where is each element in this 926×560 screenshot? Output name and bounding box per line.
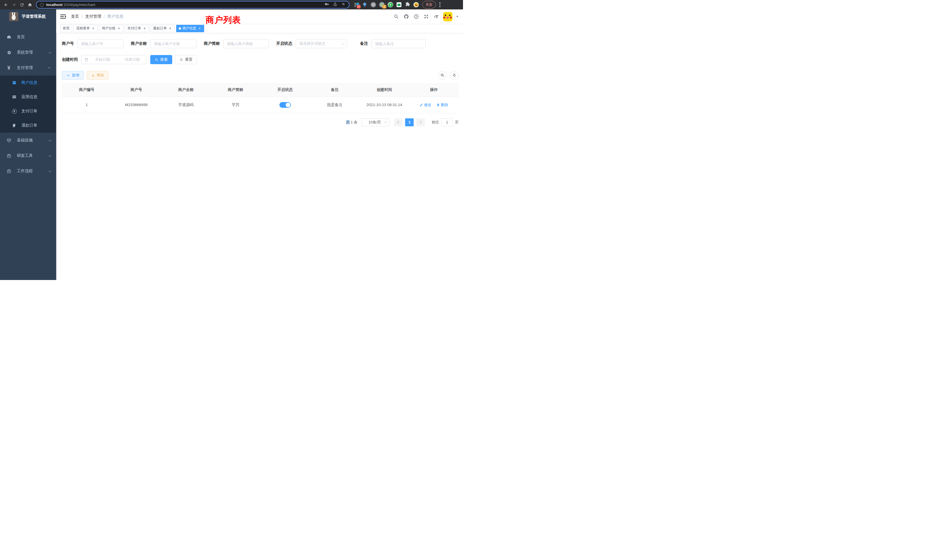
avatar-caret-icon[interactable] [456,16,458,18]
sidebar: 芋道管理系统 首页 系统管理 ¥ 支付管理 [0,9,56,280]
toggle-search-button[interactable] [438,71,447,80]
extension-chat-icon[interactable] [396,2,402,8]
current-page-button[interactable]: 1 [405,118,414,126]
chevron-down-icon [342,42,345,45]
filter-row-2: 创建时间 开始日期 - 结束日期 搜索 重置 [62,55,459,64]
breadcrumb-home[interactable]: 首页 [71,14,79,19]
tab-user-group[interactable]: 用户分组 × [99,25,123,32]
browser-back-button[interactable] [2,1,10,9]
close-icon[interactable]: × [198,27,201,30]
logo-rabbit-image [9,12,18,21]
header-search-icon[interactable] [393,14,399,20]
breadcrumb: 首页 / 支付管理 / 商户信息 [71,14,123,19]
grid-icon [11,95,17,99]
tab-merchant-info[interactable]: 商户信息 × [176,25,204,32]
short-name-label: 商户简称 [204,41,220,46]
github-icon[interactable] [403,14,409,20]
remark-label: 备注 [360,41,368,46]
toolbox-icon [5,153,12,158]
add-button[interactable]: 新增 [62,71,84,80]
next-page-button[interactable] [416,118,425,126]
yen-circle-icon: ¥ [11,109,17,114]
full-name-input[interactable] [150,39,197,48]
tab-pay-order[interactable]: 支付订单 × [125,25,149,32]
extension-emoji-icon[interactable] [413,2,419,8]
sidebar-item-workflow[interactable]: 工作流程 [0,163,56,179]
fullscreen-icon[interactable] [423,14,429,20]
goto-page-input[interactable] [441,118,453,126]
page-size-select[interactable]: 10条/页 [362,118,389,126]
extension-blob-icon[interactable]: 1 [379,2,384,8]
sidebar-item-home[interactable]: 首页 [0,29,56,45]
bookmark-star-icon[interactable] [341,2,345,8]
browser-update-button[interactable]: 更新 [422,1,436,9]
extensions-puzzle-icon[interactable] [405,2,410,8]
refresh-icon [180,58,183,62]
chevron-down-icon [48,170,51,172]
cell-remark: 我是备注 [310,97,360,113]
address-bar[interactable]: i localhost:1024/pay/merchant [36,1,350,9]
extension-diamond-icon[interactable] [362,2,368,8]
tags-view: 首页 流程表单 × 用户分组 × 支付订单 × 退款订单 × 商户信息 × [56,24,463,33]
active-dot-icon [179,27,181,30]
browser-forward-button[interactable] [10,1,18,9]
refresh-icon [452,73,457,77]
create-time-range-picker[interactable]: 开始日期 - 结束日期 [81,55,147,64]
browser-home-button[interactable] [26,1,34,9]
tab-home[interactable]: 首页 [60,25,72,32]
merchant-no-label: 商户号 [62,41,74,46]
sidebar-item-pay[interactable]: ¥ 支付管理 [0,60,56,76]
sidebar-item-dev-tools[interactable]: 研发工具 [0,148,56,163]
search-icon [155,58,159,62]
dashboard-icon [5,35,12,39]
short-name-input[interactable] [223,39,269,48]
password-key-icon[interactable] [325,2,329,8]
sidebar-item-infra[interactable]: 基础设施 [0,133,56,148]
font-size-icon[interactable]: тT [433,14,439,20]
close-icon[interactable]: × [91,27,95,30]
delete-link[interactable]: 删除 [436,102,448,107]
tab-refund-order[interactable]: 退款订单 × [151,25,175,32]
remark-input[interactable] [371,39,426,48]
plus-icon [67,74,70,77]
sidebar-collapse-icon[interactable] [60,15,66,19]
merchant-no-input[interactable] [77,39,123,48]
search-button[interactable]: 搜索 [150,55,172,64]
export-button[interactable]: 导出 [87,71,109,80]
help-icon[interactable]: ? [413,14,419,20]
status-toggle[interactable] [279,102,291,108]
pagination: 共 1 条 10条/页 1 前往 页 [62,118,459,126]
browser-reload-button[interactable] [18,1,26,9]
sidebar-item-merchant-info[interactable]: 商户信息 [0,76,56,90]
tab-process-form[interactable]: 流程表单 × [74,25,98,32]
store-icon [11,80,17,85]
site-info-icon[interactable]: i [40,3,44,7]
browser-menu-icon[interactable] [439,2,440,7]
edit-link[interactable]: 修改 [420,102,431,107]
share-icon[interactable] [333,2,337,8]
extension-command-icon[interactable]: ⌘ [371,2,376,8]
status-select[interactable]: 请选择开启状态 [296,39,347,48]
refresh-table-button[interactable] [450,71,459,80]
prev-page-button[interactable] [394,118,402,126]
close-icon[interactable]: × [142,27,147,30]
sidebar-item-system[interactable]: 系统管理 [0,45,56,60]
gear-icon [5,50,12,55]
close-icon[interactable]: × [117,27,121,30]
date-end-placeholder: 结束日期 [121,57,144,62]
avatar[interactable] [443,12,452,21]
briefcase-icon [5,169,12,174]
svg-text:?: ? [415,15,417,18]
sidebar-item-refund-order[interactable]: 退款订单 [0,118,56,133]
extension-blocks-icon[interactable]: 10 [354,2,359,8]
full-name-label: 商户全称 [131,41,147,46]
sidebar-item-pay-order[interactable]: ¥ 支付订单 [0,104,56,118]
close-icon[interactable]: × [168,27,172,30]
status-label: 开启状态 [276,41,292,46]
reset-button[interactable]: 重置 [175,55,197,64]
extension-y-icon[interactable]: Y [388,2,393,8]
yen-icon: ¥ [5,65,12,71]
app-title: 芋道管理系统 [22,14,45,19]
sidebar-logo[interactable]: 芋道管理系统 [0,9,56,24]
sidebar-item-app-info[interactable]: 应用信息 [0,90,56,104]
